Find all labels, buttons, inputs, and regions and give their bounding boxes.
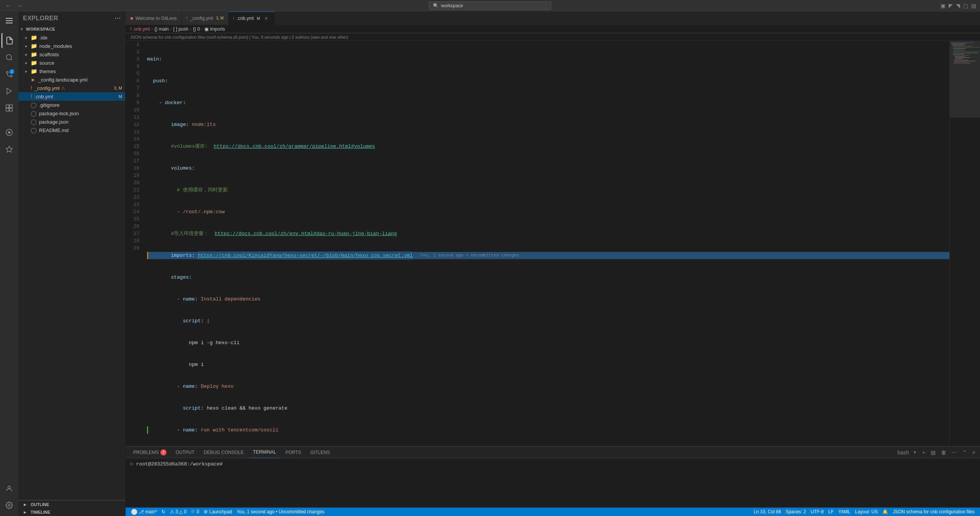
sidebar-item-config-yml[interactable]: ► ! _config.yml ⚠ 3, M: [18, 84, 125, 92]
svg-rect-23: [954, 51, 965, 51]
sidebar-item-config-landscape[interactable]: ► ► _config.landscape.yml: [18, 75, 125, 84]
tab-label-config-yml: _config.yml: [190, 16, 213, 21]
file-info-bar: JSON schema for cnb configuration files …: [126, 33, 980, 41]
workspace-root[interactable]: ▼ WORKSPACE: [18, 25, 125, 33]
sidebar-item-package-json[interactable]: ► ◯ package.json: [18, 118, 125, 126]
activity-bar-source-control[interactable]: 2: [2, 67, 17, 82]
outline-section[interactable]: ► OUTLINE: [18, 500, 125, 508]
status-sync[interactable]: ↻: [159, 508, 168, 516]
status-cursor-pos[interactable]: Ln 10, Col 88: [751, 508, 783, 516]
folder-icon-node-modules: 📁: [31, 43, 37, 49]
status-warnings[interactable]: ⚐ 0: [189, 508, 201, 516]
status-schema[interactable]: JSON schema for cnb configuration files: [890, 508, 977, 516]
code-line-7: # 使用缓存，同时更新: [147, 186, 949, 194]
file-icon-package-json: ◯: [31, 119, 37, 125]
sidebar-item-scaffolds[interactable]: ► 📁 scaffolds: [18, 50, 125, 59]
terminal-content[interactable]: ○ root@283255d6a368:/workspace#: [126, 458, 980, 508]
shell-label: bash: [896, 449, 910, 456]
status-layout[interactable]: Layout: US: [853, 508, 880, 516]
panel-tab-ports[interactable]: PORTS: [281, 447, 305, 458]
sidebar-item-package-lock[interactable]: ► ◯ package-lock.json: [18, 109, 125, 118]
tab-cnb-yml[interactable]: ! .cnb.yml M ×: [229, 11, 274, 25]
tab-config-yml[interactable]: ! _config.yml 3, M: [182, 11, 229, 25]
sidebar-item-source[interactable]: ► 📁 source: [18, 59, 125, 67]
status-errors[interactable]: ⚠ 3 △ 0: [168, 508, 189, 516]
activity-bar-menu[interactable]: [2, 13, 17, 28]
sidebar-item-readme[interactable]: ► ◯ README.md: [18, 126, 125, 134]
status-spaces[interactable]: Spaces: 2: [783, 508, 808, 516]
code-area[interactable]: main: push: - docker: image: node:lts #v…: [144, 41, 949, 446]
code-line-3: - docker:: [147, 99, 949, 106]
shell-selector[interactable]: bash ▼: [896, 449, 918, 456]
panel-tab-debug-console[interactable]: DEBUG CONSOLE: [199, 447, 248, 458]
nav-back-icon[interactable]: ←: [4, 2, 13, 10]
tab-close-cnb-yml[interactable]: ×: [264, 15, 268, 21]
activity-bar-run[interactable]: [2, 83, 17, 99]
activity-bar-extensions[interactable]: [2, 100, 17, 116]
layout-icon-5[interactable]: ▤: [971, 3, 976, 9]
svg-rect-10: [6, 108, 9, 111]
layout-icon-4[interactable]: ▢: [963, 3, 968, 9]
panel-maximize-icon[interactable]: ⌃: [961, 449, 969, 456]
panel-split-icon[interactable]: ▤: [929, 449, 937, 456]
folder-icon-source: 📁: [31, 60, 37, 66]
sidebar-item-node-modules[interactable]: ► 📁 node_modules: [18, 42, 125, 50]
breadcrumb-part-4[interactable]: {} 0: [193, 26, 200, 32]
panel-tab-output[interactable]: OUTPUT: [171, 447, 199, 458]
sidebar-more-icon[interactable]: ⋯: [114, 15, 121, 22]
activity-bar-explorer[interactable]: [2, 33, 17, 48]
sidebar-item-ide[interactable]: ► 📁 .ide: [18, 33, 125, 42]
folder-label-themes: themes: [39, 69, 56, 74]
status-line-ending[interactable]: LF: [826, 508, 836, 516]
sidebar-item-cnb-yml[interactable]: ► ! .cnb.yml M: [18, 92, 125, 101]
shell-dropdown-icon[interactable]: ▼: [911, 449, 918, 455]
tab-gitlens[interactable]: ◆ Welcome to GitLens: [126, 11, 182, 25]
line-numbers: 1 2 3 4 5 6 7 8 9 10 11 12 13 14 15 16 1…: [126, 41, 144, 446]
activity-bar-account[interactable]: [2, 481, 17, 496]
panel-tab-problems[interactable]: PROBLEMS 3: [129, 447, 171, 458]
code-line-17: script: hexo clean && hexo generate: [147, 405, 949, 412]
activity-bar-settings[interactable]: [2, 498, 17, 513]
activity-bar-bottom: [2, 481, 17, 516]
nav-forward-icon[interactable]: →: [15, 2, 24, 10]
status-bell[interactable]: 🔔: [880, 508, 890, 516]
breadcrumb-part-1[interactable]: ! .cnb.yml: [130, 26, 150, 32]
sidebar-header: EXPLORER ⋯: [18, 11, 125, 25]
editor-content[interactable]: 1 2 3 4 5 6 7 8 9 10 11 12 13 14 15 16 1…: [126, 41, 980, 446]
minimap[interactable]: [949, 41, 980, 446]
layout-icon-3[interactable]: ◥: [956, 3, 960, 9]
timeline-section[interactable]: ► TIMELINE: [18, 508, 125, 516]
status-git-info[interactable]: You, 1 second ago • Uncommitted changes: [234, 508, 327, 516]
titlebar-search[interactable]: 🔍 workspace: [429, 2, 551, 10]
launchpad-label: ⚙ Launchpad: [204, 509, 232, 514]
breadcrumb-part-5[interactable]: ▣ imports: [204, 26, 225, 32]
status-launchpad[interactable]: ⚙ Launchpad: [201, 508, 234, 516]
status-branch[interactable]: ⚪ ⎇ main*: [129, 508, 159, 516]
breadcrumb-part-2[interactable]: {} main: [154, 26, 168, 32]
titlebar-nav[interactable]: ← →: [4, 2, 24, 10]
panel-more-icon[interactable]: ⋯: [950, 449, 959, 456]
sidebar-item-themes[interactable]: ► 📁 themes: [18, 67, 125, 75]
breadcrumb-sep-3: ›: [190, 26, 191, 32]
status-language[interactable]: YAML: [836, 508, 853, 516]
activity-bar-search[interactable]: [2, 50, 17, 65]
breadcrumb-part-3[interactable]: [ ] push: [173, 26, 188, 32]
layout-icon-2[interactable]: ◤: [949, 3, 953, 9]
svg-rect-28: [954, 56, 965, 57]
panel-delete-icon[interactable]: 🗑: [939, 449, 948, 456]
panel-close-icon[interactable]: ×: [971, 449, 977, 456]
activity-bar-gitlens[interactable]: [2, 142, 17, 157]
status-encoding[interactable]: UTF-8: [808, 508, 826, 516]
layout-icon-1[interactable]: ▣: [941, 3, 946, 9]
svg-point-14: [8, 486, 11, 488]
activity-bar-remote[interactable]: [2, 125, 17, 140]
sidebar-item-gitignore[interactable]: ► ◯ .gitignore: [18, 101, 125, 109]
code-line-2: push:: [147, 77, 949, 85]
svg-rect-26: [953, 54, 964, 54]
svg-rect-25: [953, 53, 978, 53]
panel-add-icon[interactable]: +: [921, 449, 927, 456]
panel-tab-gitlens[interactable]: GITLENS: [306, 447, 335, 458]
file-icon-cnb-yml: !: [31, 93, 32, 100]
panel-tab-terminal[interactable]: TERMINAL: [248, 447, 281, 458]
branch-icon: ⚪: [131, 509, 137, 515]
